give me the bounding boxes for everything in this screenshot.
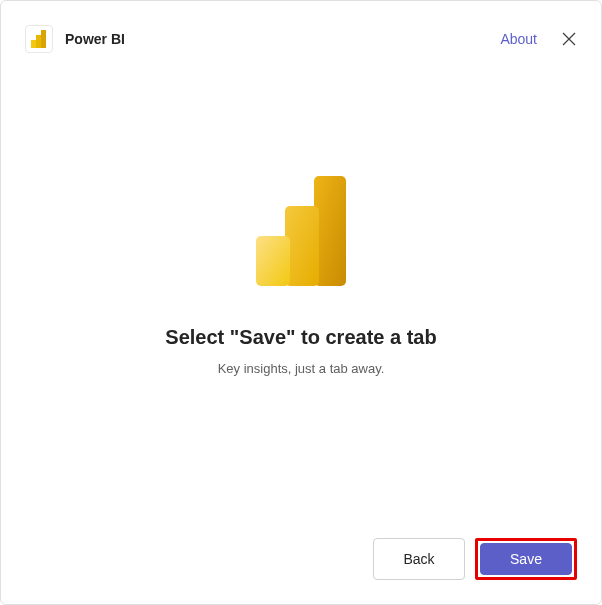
- app-title: Power BI: [65, 31, 125, 47]
- back-button[interactable]: Back: [373, 538, 465, 580]
- dialog-content: Select "Save" to create a tab Key insigh…: [25, 73, 577, 538]
- powerbi-icon: [25, 25, 53, 53]
- header-right: About: [500, 31, 577, 47]
- about-link[interactable]: About: [500, 31, 537, 47]
- sub-heading: Key insights, just a tab away.: [218, 361, 385, 376]
- powerbi-large-icon: [256, 176, 346, 290]
- svg-rect-6: [285, 206, 319, 286]
- dialog-header: Power BI About: [25, 25, 577, 53]
- svg-rect-2: [41, 30, 46, 48]
- save-highlight: Save: [475, 538, 577, 580]
- svg-rect-0: [31, 40, 36, 48]
- dialog-footer: Back Save: [25, 538, 577, 580]
- svg-rect-1: [36, 35, 41, 48]
- header-left: Power BI: [25, 25, 125, 53]
- main-heading: Select "Save" to create a tab: [165, 326, 436, 349]
- svg-rect-7: [256, 236, 290, 286]
- close-icon[interactable]: [561, 31, 577, 47]
- dialog-container: Power BI About: [0, 0, 602, 605]
- save-button[interactable]: Save: [480, 543, 572, 575]
